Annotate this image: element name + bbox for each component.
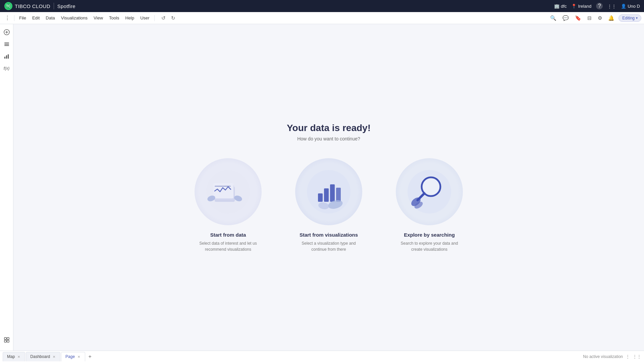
- sidebar-bottom: [1, 335, 12, 348]
- svg-rect-30: [324, 188, 329, 202]
- redo-button[interactable]: ↻: [169, 14, 177, 22]
- chevron-down-icon: ▾: [636, 16, 638, 20]
- tab-bar-right: No active visualization ⋮ ⋮⋮: [583, 354, 641, 359]
- user-name-label: Uno D: [628, 4, 640, 9]
- search-icon[interactable]: 🔍: [548, 14, 558, 22]
- card-3-desc: Search to explore your data and create v…: [396, 240, 463, 252]
- card-explore-by-searching[interactable]: Explore by searching Search to explore y…: [386, 158, 473, 252]
- menu-dots-button[interactable]: ⋮: [3, 13, 12, 22]
- card-2-desc: Select a visualization type and continue…: [295, 240, 362, 252]
- layers-icon: [4, 41, 10, 47]
- sidebar-grid-button[interactable]: [1, 335, 12, 345]
- tab-page[interactable]: Page ✕: [61, 352, 85, 361]
- menu-help[interactable]: Help: [122, 14, 137, 22]
- svg-rect-29: [318, 193, 323, 202]
- card-2-title: Start from visualizations: [300, 232, 358, 238]
- main-layout: f(x) Your data is ready! How do you want…: [0, 24, 644, 351]
- svg-rect-24: [213, 183, 233, 198]
- svg-rect-9: [4, 57, 5, 59]
- sidebar: f(x): [0, 24, 13, 351]
- hero-subtitle: How do you want to continue?: [297, 136, 360, 141]
- menu-bar-right: 🔍 💬 🔖 ⊟ ⚙ 🔔 Editing ▾: [548, 14, 641, 22]
- editing-badge[interactable]: Editing ▾: [619, 14, 641, 22]
- svg-rect-10: [6, 55, 7, 59]
- card-3-illustration: [396, 158, 463, 225]
- menu-user[interactable]: User: [138, 14, 152, 22]
- user-org-label: dfc: [561, 4, 567, 9]
- menu-sep: [14, 15, 14, 21]
- card-1-desc: Select data of interest and let us recom…: [195, 240, 262, 252]
- search-illustration-svg: [406, 168, 453, 215]
- svg-rect-13: [7, 338, 9, 340]
- card-1-title: Start from data: [210, 232, 246, 238]
- tab-add-button[interactable]: +: [86, 353, 94, 361]
- content-area: Your data is ready! How do you want to c…: [13, 24, 644, 351]
- filter-icon[interactable]: ⊟: [585, 14, 594, 22]
- location-item[interactable]: 📍 Ireland: [571, 4, 591, 9]
- menu-tools[interactable]: Tools: [106, 14, 122, 22]
- user-org-item[interactable]: 🏢 dfc: [554, 4, 567, 9]
- top-bar-divider: [54, 3, 54, 9]
- bookmark-icon[interactable]: 🔖: [573, 14, 583, 22]
- menu-visualizations[interactable]: Visualizations: [58, 14, 90, 22]
- sidebar-chart-button[interactable]: [1, 51, 12, 62]
- user-profile-item[interactable]: 👤 Uno D: [621, 4, 640, 9]
- sidebar-layers-button[interactable]: [1, 39, 12, 50]
- menu-edit[interactable]: Edit: [30, 14, 42, 22]
- menu-actions: ↺ ↻: [159, 14, 177, 22]
- sidebar-formula-button[interactable]: f(x): [1, 63, 12, 74]
- card-1-illustration: [195, 158, 262, 225]
- chart-icon: [4, 53, 10, 59]
- help-item[interactable]: ?: [596, 3, 603, 9]
- tab-bar-menu-icon[interactable]: ⋮: [626, 354, 630, 359]
- status-label: No active visualization: [583, 354, 623, 359]
- plus-icon: [4, 29, 10, 35]
- card-start-from-data[interactable]: Start from data Select data of interest …: [184, 158, 272, 252]
- building-icon: 🏢: [554, 4, 559, 9]
- menu-file[interactable]: File: [16, 14, 29, 22]
- help-icon: ?: [596, 3, 603, 9]
- tab-page-label: Page: [65, 354, 75, 359]
- svg-rect-7: [4, 44, 9, 45]
- svg-rect-31: [330, 184, 335, 202]
- tab-map-close[interactable]: ✕: [17, 355, 21, 359]
- tab-dashboard-label: Dashboard: [30, 354, 50, 359]
- cards-row: Start from data Select data of interest …: [184, 158, 473, 252]
- svg-rect-15: [7, 340, 9, 342]
- user-icon: 👤: [621, 4, 626, 9]
- tibco-logo-icon: TC: [4, 2, 13, 10]
- tab-bar: Map ✕ Dashboard ✕ Page ✕ + No active vis…: [0, 351, 644, 362]
- product-name: Spotfire: [57, 3, 75, 9]
- svg-rect-32: [336, 188, 341, 202]
- tab-page-close[interactable]: ✕: [77, 355, 81, 359]
- grid-apps-item[interactable]: ⋮⋮: [607, 4, 616, 9]
- top-bar-right: 🏢 dfc 📍 Ireland ? ⋮⋮ 👤 Uno D: [554, 3, 640, 9]
- formula-icon: f(x): [4, 66, 9, 71]
- app-name: TIBCO CLOUD: [15, 3, 50, 9]
- logo-area[interactable]: TC TIBCO CLOUD Spotfire: [4, 2, 75, 10]
- notifications-icon[interactable]: 🔔: [606, 14, 616, 22]
- tab-dashboard[interactable]: Dashboard ✕: [26, 352, 60, 361]
- menu-view[interactable]: View: [91, 14, 106, 22]
- comments-icon[interactable]: 💬: [560, 14, 571, 22]
- hero-title: Your data is ready!: [287, 123, 371, 133]
- tab-bar-grid-icon[interactable]: ⋮⋮: [633, 354, 641, 359]
- menu-data[interactable]: Data: [43, 14, 57, 22]
- svg-rect-8: [4, 45, 9, 46]
- card-2-illustration: [295, 158, 362, 225]
- settings-icon[interactable]: ⚙: [596, 14, 604, 22]
- card-3-title: Explore by searching: [404, 232, 455, 238]
- svg-rect-12: [4, 338, 6, 340]
- grid-icon: [4, 337, 10, 343]
- tab-dashboard-close[interactable]: ✕: [52, 355, 56, 359]
- tab-map[interactable]: Map ✕: [3, 352, 25, 361]
- undo-button[interactable]: ↺: [159, 14, 168, 22]
- editing-label: Editing: [622, 16, 635, 20]
- sidebar-add-button[interactable]: [1, 27, 12, 38]
- card-start-from-visualizations[interactable]: Start from visualizations Select a visua…: [285, 158, 372, 252]
- menu-sep-2: [154, 15, 155, 21]
- top-bar: TC TIBCO CLOUD Spotfire 🏢 dfc 📍 Ireland …: [0, 0, 644, 12]
- viz-illustration-svg: [305, 168, 352, 215]
- tab-map-label: Map: [7, 354, 15, 359]
- grid-icon: ⋮⋮: [607, 4, 616, 9]
